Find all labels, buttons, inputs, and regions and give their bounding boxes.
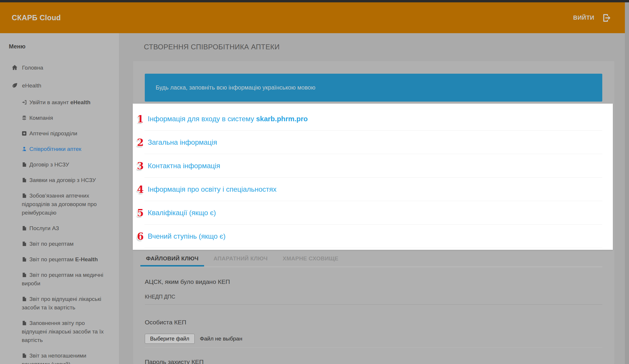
sidebar-item[interactable]: Заявки на договір з НСЗУ (0, 172, 119, 188)
file-icon (22, 241, 27, 246)
section-link[interactable]: Інформація для входу в систему skarb.phr… (148, 115, 308, 123)
tab-active[interactable]: ФАЙЛОВИЙ КЛЮЧ (140, 252, 204, 267)
sidebar-item[interactable]: Звіт по рецептам (0, 236, 119, 252)
sidebar-item[interactable]: Співробітники аптек (0, 141, 119, 157)
section-list: 1Інформація для входу в систему skarb.ph… (133, 107, 613, 248)
home-icon (12, 65, 18, 70)
annotation-number: 4 (137, 184, 144, 195)
sign-in-icon (22, 100, 27, 105)
sidebar-item-label: Звіт за непогашеними рецептами (новий) (22, 353, 86, 364)
sidebar-item[interactable]: eHealth (0, 77, 119, 95)
sidebar-item-label: Головна (22, 65, 43, 71)
file-icon (22, 226, 27, 231)
info-banner-text: Будь ласка, заповніть всю інформацію укр… (156, 84, 315, 91)
file-icon (22, 296, 27, 301)
brand-title: СКАРБ Cloud (12, 2, 61, 33)
kep-file-input: Выберите файл Файл не выбран (145, 334, 242, 344)
key-tabs: ФАЙЛОВИЙ КЛЮЧАПАРАТНИЙ КЛЮЧХМАРНЕ СХОВИЩ… (140, 252, 348, 267)
acsk-select[interactable]: КНЕДП ДПС (145, 294, 175, 300)
tab-inactive[interactable]: ХМАРНЕ СХОВИЩЕ (277, 252, 344, 267)
sidebar: Меню ГоловнаeHealthУвійти в акаунт eHeal… (0, 33, 119, 364)
sidebar-item[interactable]: Увійти в акаунт eHealth (0, 95, 119, 110)
info-banner: Будь ласка, заповніть всю інформацію укр… (145, 74, 602, 102)
choose-file-button[interactable]: Выберите файл (145, 334, 195, 344)
section-link[interactable]: Інформація про освіту і спеціальностях (148, 185, 277, 193)
file-icon (22, 193, 27, 198)
sidebar-item-label: Аптечні підрозділи (29, 130, 77, 136)
sidebar-item-label: Увійти в акаунт eHealth (29, 99, 90, 105)
sidebar-item[interactable]: Послуги АЗ (0, 220, 119, 236)
acsk-select-underline (145, 304, 602, 305)
top-strip (0, 0, 629, 2)
app-header: СКАРБ Cloud ВИЙТИ (0, 2, 625, 33)
logout-label: ВИЙТИ (573, 14, 594, 21)
annotation-number: 1 (137, 113, 144, 125)
acsk-label: АЦСК, яким було видано КЕП (145, 278, 230, 285)
file-icon (22, 272, 27, 277)
sidebar-item-label: Заявки на договір з НСЗУ (29, 177, 96, 183)
annotation-number: 6 (137, 231, 144, 242)
sidebar-item-label: Компанія (29, 115, 53, 121)
sidebar-item[interactable]: Звіт по рецептам на медичні вироби (0, 267, 119, 291)
file-icon (22, 353, 27, 358)
section-row: 2Загальна інформація (133, 131, 613, 154)
section-row: 6Вчений ступінь (якщо є) (133, 225, 613, 248)
section-link[interactable]: Загальна інформація (148, 138, 217, 146)
sidebar-item[interactable]: Договір з НСЗУ (0, 157, 119, 172)
sections-highlight-box: 1Інформація для входу в систему skarb.ph… (133, 104, 613, 250)
section-row: 5Кваліфікації (якщо є) (133, 201, 613, 225)
sidebar-item-label: Співробітники аптек (29, 146, 81, 152)
section-link[interactable]: Вчений ступінь (якщо є) (148, 232, 226, 240)
logout-icon (602, 13, 611, 23)
kep-label: Особиста КЕП (145, 319, 186, 326)
logout-button[interactable]: ВИЙТИ (573, 2, 611, 33)
sidebar-item[interactable]: Аптечні підрозділи (0, 126, 119, 141)
file-icon (22, 257, 27, 262)
leaf-icon (12, 82, 18, 88)
file-icon (22, 321, 27, 326)
sidebar-item[interactable]: Компанія (0, 110, 119, 126)
file-icon (22, 162, 27, 167)
page-title: СТВОРЕННЯ СПІВРОБІТНИКА АПТЕКИ (144, 43, 280, 51)
sidebar-item-label: Звіт по рецептам (29, 241, 74, 247)
sidebar-item-label: Звіт по рецептам E-Health (29, 256, 98, 262)
file-status-text: Файл не выбран (200, 336, 243, 342)
scrollbar[interactable] (625, 2, 629, 364)
section-link[interactable]: Контактна інформація (148, 162, 220, 170)
sidebar-item[interactable]: Заповнення звіту про відпущені лікарські… (0, 315, 119, 348)
sidebar-item-label: Послуги АЗ (29, 225, 59, 231)
sidebar-nav: ГоловнаeHealthУвійти в акаунт eHealthКом… (0, 59, 119, 364)
sidebar-item-label: eHealth (22, 82, 41, 89)
sidebar-item-label: Зобов’язання аптечних підрозділів за дог… (22, 193, 97, 216)
annotation-number: 5 (137, 207, 144, 219)
sidebar-item-label: Звіт про відпущені лікарські засоби та ї… (22, 296, 101, 311)
sidebar-item[interactable]: Звіт за непогашеними рецептами (новий) (0, 348, 119, 364)
plus-square-icon (22, 131, 27, 136)
sidebar-item[interactable]: Звіт по рецептам E-Health (0, 252, 119, 267)
sidebar-item[interactable]: Звіт про відпущені лікарські засоби та ї… (0, 291, 119, 315)
tab-inactive[interactable]: АПАРАТНИЙ КЛЮЧ (208, 252, 273, 267)
sidebar-item[interactable]: Зобов’язання аптечних підрозділів за дог… (0, 188, 119, 220)
section-separator (144, 248, 602, 248)
form-separator (145, 347, 602, 348)
sidebar-item-label: Заповнення звіту про відпущені лікарські… (22, 320, 104, 343)
section-link[interactable]: Кваліфікації (якщо є) (148, 209, 216, 217)
annotation-number: 3 (137, 160, 144, 172)
sidebar-title: Меню (9, 43, 119, 50)
section-row: 1Інформація для входу в систему skarb.ph… (133, 107, 613, 131)
annotation-number: 2 (137, 137, 144, 148)
section-row: 3Контактна інформація (133, 154, 613, 178)
file-icon (22, 178, 27, 183)
kep-password-label: Пароль захисту КЕП (145, 358, 204, 364)
sidebar-item[interactable]: Головна (0, 59, 119, 77)
section-row: 4Інформація про освіту і спеціальностях (133, 178, 613, 201)
database-icon (22, 115, 27, 120)
sidebar-item-label: Договір з НСЗУ (29, 161, 69, 168)
pharmacist-icon (22, 146, 27, 151)
sidebar-item-label: Звіт по рецептам на медичні вироби (22, 272, 103, 287)
tabs-baseline (140, 267, 602, 267)
